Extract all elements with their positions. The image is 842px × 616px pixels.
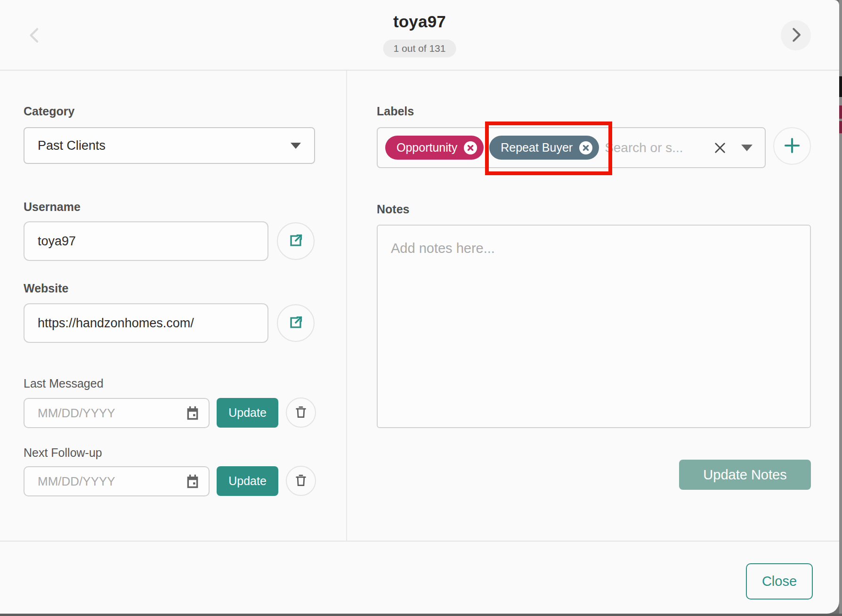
next-followup-date-input[interactable] [24,466,210,496]
last-messaged-date-input[interactable] [24,398,210,428]
plus-icon [782,136,802,157]
background-edge-segment [839,105,842,119]
close-button[interactable]: Close [746,563,813,600]
update-last-messaged-button[interactable]: Update [217,398,278,428]
label-chip-opportunity: Opportunity [385,136,484,160]
add-label-button[interactable] [773,127,811,165]
next-contact-button[interactable] [781,20,811,50]
trash-icon [294,405,308,421]
category-selected-value: Past Clients [38,138,105,153]
delete-last-messaged-button[interactable] [286,397,316,428]
open-website-button[interactable] [277,304,315,342]
label-chip-text: Repeat Buyer [501,141,573,154]
contact-username-title: toya97 [0,12,839,31]
label-chip-repeat-buyer: Repeat Buyer [489,136,599,160]
background-edge-segment [839,76,842,97]
calendar-icon[interactable] [185,405,201,423]
website-label: Website [24,282,68,295]
header-divider [0,70,839,71]
next-followup-label: Next Follow-up [24,446,102,460]
category-label: Category [24,105,74,118]
remove-label-icon[interactable] [463,140,478,155]
footer-divider [0,541,839,542]
labels-label: Labels [377,105,414,118]
notes-textarea[interactable] [377,225,811,428]
notes-label: Notes [377,203,409,216]
delete-next-followup-button[interactable] [286,466,316,496]
background-content-edge [839,0,842,616]
labels-search-input[interactable] [605,140,694,155]
last-messaged-label: Last Messaged [24,377,104,390]
calendar-icon[interactable] [185,473,201,491]
remove-label-icon[interactable] [578,140,593,155]
labels-input-container[interactable]: Opportunity Repeat Buyer [377,127,766,168]
chevron-right-icon [787,26,805,45]
panel-divider [346,71,347,541]
contact-counter-badge: 1 out of 131 [383,40,456,57]
trash-icon [294,473,308,489]
username-label: Username [24,200,81,214]
open-profile-button[interactable] [277,222,315,260]
username-input[interactable] [24,221,268,261]
update-notes-button[interactable]: Update Notes [679,460,811,490]
background-content-edge-bottom [0,614,842,616]
background-edge-segment [839,121,842,133]
external-link-icon [288,315,304,332]
labels-dropdown-caret-icon[interactable] [741,145,753,151]
external-link-icon [288,233,304,250]
label-chip-text: Opportunity [397,141,457,154]
website-input[interactable] [24,303,268,343]
dropdown-caret-icon [291,143,301,149]
update-next-followup-button[interactable]: Update [217,466,278,496]
clear-search-icon[interactable] [712,140,728,156]
category-select[interactable]: Past Clients [24,127,315,164]
contact-detail-modal: toya97 1 out of 131 Category Past Client… [0,0,839,614]
